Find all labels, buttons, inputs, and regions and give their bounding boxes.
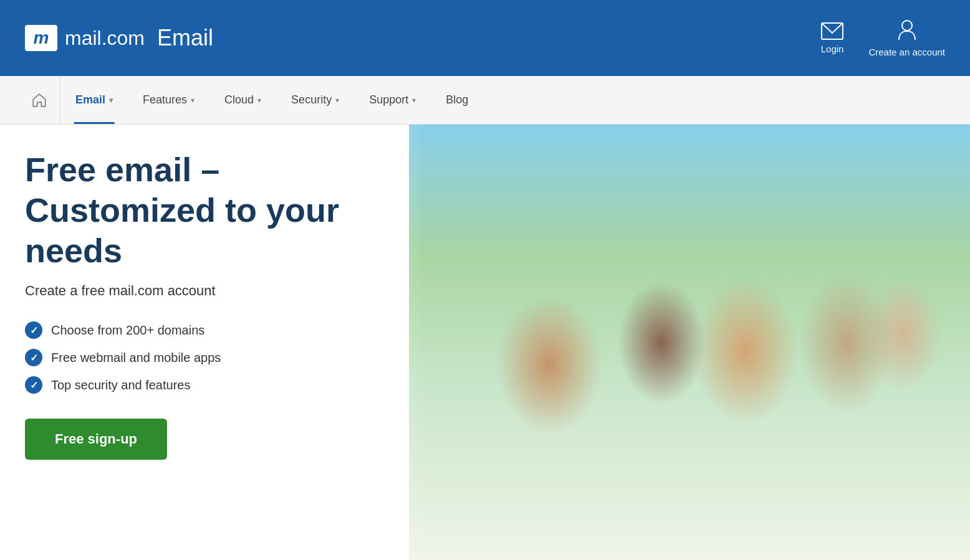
chevron-down-icon: ▾ [109,96,113,105]
nav-item-support[interactable]: Support ▾ [354,76,431,124]
svg-point-1 [902,21,912,31]
nav-email-label: Email [75,93,105,107]
nav-item-blog[interactable]: Blog [431,76,483,124]
login-button[interactable]: Login [821,22,844,54]
create-account-button[interactable]: Create an account [868,19,945,57]
feature-text-2: Free webmail and mobile apps [51,351,221,365]
chevron-down-icon: ▾ [191,96,194,105]
nav-item-email[interactable]: Email ▾ [60,76,128,124]
hero-content: Free email –Customized to yourneeds Crea… [25,149,430,460]
nav-support-label: Support [369,93,408,107]
check-icon-1 [25,321,42,339]
main-nav: Email ▾ Features ▾ Cloud ▾ Security ▾ Su… [0,76,970,125]
hero-title: Free email –Customized to yourneeds [25,149,430,270]
feature-item-1: Choose from 200+ domains [25,321,430,339]
nav-security-label: Security [291,93,332,107]
logo-m-letter: m [34,29,49,47]
logo-box: m [25,25,57,51]
feature-text-1: Choose from 200+ domains [51,323,204,338]
nav-features-label: Features [143,93,187,107]
login-label: Login [821,44,844,54]
site-header: m mail.com Email Login Create an [0,0,970,76]
chevron-down-icon: ▾ [335,96,339,105]
check-icon-3 [25,376,42,394]
home-icon [31,92,47,108]
check-icon-2 [25,349,42,366]
feature-item-3: Top security and features [25,376,430,394]
nav-item-cloud[interactable]: Cloud ▾ [209,76,276,124]
hero-section: Free email –Customized to yourneeds Crea… [0,125,970,560]
chevron-down-icon: ▾ [257,96,261,105]
hero-subtitle: Create a free mail.com account [25,283,430,299]
feature-text-3: Top security and features [51,378,190,392]
free-signup-button[interactable]: Free sign-up [25,419,167,460]
logo-brand: mail.com [65,27,145,50]
feature-item-2: Free webmail and mobile apps [25,349,430,366]
person-icon [898,19,916,43]
header-actions: Login Create an account [821,19,945,57]
logo-suffix: Email [157,25,213,51]
create-account-label: Create an account [868,47,945,57]
hero-people-image [409,125,970,560]
nav-blog-label: Blog [446,93,468,107]
nav-cloud-label: Cloud [224,93,254,107]
feature-list: Choose from 200+ domains Free webmail an… [25,321,430,394]
envelope-icon [821,22,843,40]
nav-item-features[interactable]: Features ▾ [128,76,209,124]
nav-home-button[interactable] [19,76,60,124]
logo-area: m mail.com Email [25,25,213,51]
nav-item-security[interactable]: Security ▾ [276,76,354,124]
chevron-down-icon: ▾ [412,96,416,105]
